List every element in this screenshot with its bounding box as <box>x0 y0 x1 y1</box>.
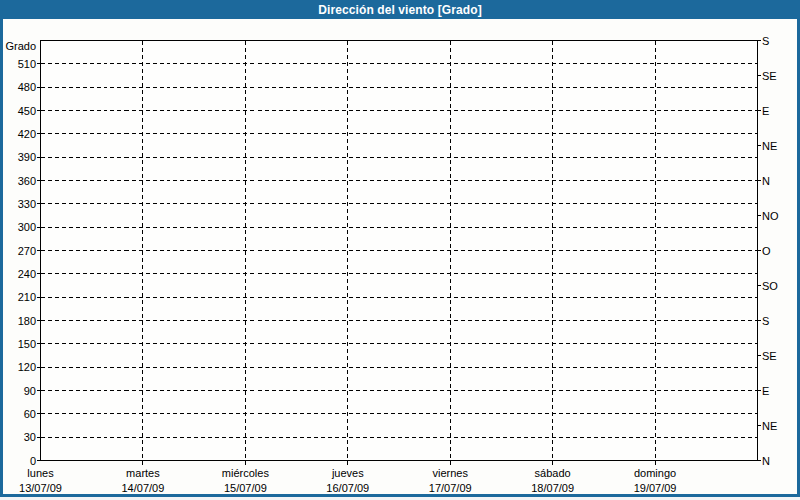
y-axis-title: Grado <box>5 40 36 52</box>
compass-tick-label: SO <box>762 280 778 292</box>
date-label: 16/07/09 <box>326 482 369 494</box>
compass-tick-label: NO <box>762 210 779 222</box>
day-label: sábado <box>535 467 571 479</box>
y-axis-tick-label: 150 <box>18 338 36 350</box>
date-label: 13/07/09 <box>19 482 62 494</box>
day-label: domingo <box>634 467 676 479</box>
day-label: miércoles <box>222 467 270 479</box>
date-label: 19/07/09 <box>634 482 677 494</box>
compass-tick-label: SE <box>762 350 777 362</box>
compass-tick-label: S <box>762 35 769 47</box>
compass-tick-label: S <box>762 315 769 327</box>
y-axis-tick-label: 360 <box>18 175 36 187</box>
y-axis-tick-label: 330 <box>18 198 36 210</box>
compass-tick-label: NE <box>762 140 777 152</box>
compass-tick-label: N <box>762 175 770 187</box>
day-label: jueves <box>331 467 364 479</box>
y-axis-tick-label: 180 <box>18 315 36 327</box>
date-label: 18/07/09 <box>531 482 574 494</box>
y-axis-tick-label: 270 <box>18 245 36 257</box>
date-label: 15/07/09 <box>224 482 267 494</box>
y-axis-tick-label: 450 <box>18 105 36 117</box>
date-label: 14/07/09 <box>122 482 165 494</box>
compass-tick-label: E <box>762 385 769 397</box>
day-label: martes <box>126 467 160 479</box>
y-axis-tick-label: 420 <box>18 128 36 140</box>
compass-tick-label: O <box>762 245 771 257</box>
y-axis-tick-label: 30 <box>24 431 36 443</box>
y-axis-tick-label: 480 <box>18 81 36 93</box>
y-axis-tick-label: 240 <box>18 268 36 280</box>
compass-tick-label: SE <box>762 70 777 82</box>
y-axis-tick-label: 390 <box>18 151 36 163</box>
y-axis-tick-label: 210 <box>18 291 36 303</box>
day-label: viernes <box>432 467 468 479</box>
compass-tick-label: N <box>762 455 770 467</box>
chart-window: Dirección del viento [Grado] Grado030609… <box>0 0 800 500</box>
y-axis-tick-label: 90 <box>24 385 36 397</box>
date-label: 17/07/09 <box>429 482 472 494</box>
day-label: lunes <box>27 467 54 479</box>
y-axis-tick-label: 300 <box>18 221 36 233</box>
y-axis-tick-label: 510 <box>18 58 36 70</box>
compass-tick-label: NE <box>762 420 777 432</box>
y-axis-tick-label: 120 <box>18 361 36 373</box>
compass-tick-label: E <box>762 105 769 117</box>
y-axis-tick-label: 60 <box>24 408 36 420</box>
y-axis-tick-label: 0 <box>30 455 36 467</box>
wind-direction-chart: Grado03060901201501802102402703003303603… <box>0 0 800 500</box>
